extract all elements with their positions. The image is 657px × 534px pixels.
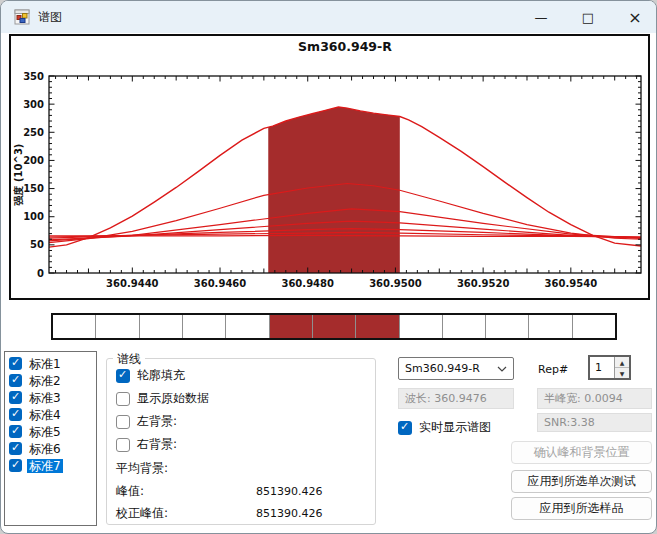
spectral-checkbox-label-4: 右背景: [137, 436, 177, 453]
spinner-up-icon[interactable]: ▲ [615, 357, 629, 368]
title-bar: 谱图 — □ × [1, 1, 657, 33]
spectral-checkbox-row-1: 轮廓填充 [116, 367, 185, 384]
svg-text:150: 150 [23, 183, 44, 194]
rep-label: Rep# [538, 363, 568, 376]
spectral-checkbox-3[interactable] [116, 415, 130, 429]
standard-label-1: 标准1 [27, 357, 63, 371]
standard-label-2: 标准2 [27, 374, 63, 388]
svg-text:360.9540: 360.9540 [545, 278, 598, 289]
close-icon[interactable]: × [612, 1, 657, 33]
action-button-1[interactable]: 确认峰和背景位置 [511, 441, 652, 464]
standard-item-5[interactable]: 标准5 [5, 423, 96, 440]
standard-item-3[interactable]: 标准3 [5, 389, 96, 406]
spinner-down-icon[interactable]: ▼ [615, 368, 629, 378]
spectrum-dialog-window: 谱图 — □ × Sm360.949-R强度 (10^3)360.9440360… [0, 0, 657, 534]
strip-segment-12[interactable] [529, 315, 572, 338]
spectral-group-box: 轮廓填充显示原始数据左背景:右背景:平均背景:峰值:851390.426校正峰值… [106, 358, 376, 525]
standard-item-1[interactable]: 标准1 [5, 355, 96, 372]
standard-checkbox-5[interactable] [9, 425, 22, 438]
spectral-checkbox-2[interactable] [116, 392, 130, 406]
spectral-checkbox-1[interactable] [116, 369, 130, 383]
standard-label-5: 标准5 [27, 425, 63, 439]
standard-label-6: 标准6 [27, 442, 63, 456]
action-button-3[interactable]: 应用到所选样品 [511, 497, 652, 520]
strip-segment-9[interactable] [400, 315, 443, 338]
chevron-down-icon [497, 366, 507, 372]
strip-segment-2[interactable] [96, 315, 139, 338]
realtime-display-row: 实时显示谱图 [398, 419, 491, 436]
standard-checkbox-4[interactable] [9, 408, 22, 421]
svg-text:0: 0 [37, 268, 44, 279]
strip-segment-11[interactable] [486, 315, 529, 338]
spectral-checkbox-row-2: 显示原始数据 [116, 390, 209, 407]
spectral-checkbox-label-2: 显示原始数据 [137, 390, 209, 407]
strip-segment-3[interactable] [140, 315, 183, 338]
svg-text:50: 50 [30, 239, 44, 250]
svg-text:250: 250 [23, 127, 44, 138]
standard-label-4: 标准4 [27, 408, 63, 422]
standard-checkbox-2[interactable] [9, 374, 22, 387]
standard-item-4[interactable]: 标准4 [5, 406, 96, 423]
strip-segment-8[interactable] [356, 315, 399, 338]
spectral-checkbox-4[interactable] [116, 438, 130, 452]
spectral-field-value-2: 851390.426 [256, 485, 322, 498]
svg-text:360.9480: 360.9480 [281, 278, 334, 289]
realtime-display-checkbox[interactable] [398, 421, 412, 435]
fwhm-field: 半峰宽: 0.0094 [537, 388, 652, 409]
window-title: 谱图 [38, 9, 62, 26]
standard-checkbox-3[interactable] [9, 391, 22, 404]
peak-select-value: Sm360.949-R [405, 362, 480, 375]
standard-checkbox-6[interactable] [9, 442, 22, 455]
svg-text:360.9500: 360.9500 [369, 278, 422, 289]
strip-segment-6[interactable] [270, 315, 313, 338]
spectral-field-row-1: 平均背景: [116, 460, 168, 477]
svg-text:350: 350 [23, 71, 44, 82]
strip-segment-13[interactable] [573, 315, 615, 338]
standard-checkbox-7[interactable] [9, 459, 22, 472]
svg-text:360.9460: 360.9460 [194, 278, 247, 289]
strip-segment-5[interactable] [226, 315, 269, 338]
maximize-icon[interactable]: □ [565, 1, 611, 33]
strip-segment-7[interactable] [313, 315, 356, 338]
rep-value-input[interactable]: 1 [590, 357, 614, 378]
spectral-checkbox-label-3: 左背景: [137, 413, 177, 430]
spectral-field-row-2: 峰值:851390.426 [116, 483, 144, 500]
strip-segment-4[interactable] [183, 315, 226, 338]
standard-label-7: 标准7 [27, 459, 63, 473]
spectral-checkbox-row-4: 右背景: [116, 436, 177, 453]
minimize-icon[interactable]: — [518, 1, 564, 33]
snr-field: SNR:3.38 [537, 413, 652, 432]
wavelength-field: 波长: 360.9476 [398, 388, 514, 409]
action-button-2[interactable]: 应用到所选单次测试 [511, 470, 652, 493]
peak-region-strip [51, 313, 617, 340]
standards-checked-list: 标准1标准2标准3标准4标准5标准6标准7 [4, 351, 97, 526]
svg-text:300: 300 [23, 99, 44, 110]
peak-select-dropdown[interactable]: Sm360.949-R [398, 357, 514, 380]
spectral-checkbox-row-3: 左背景: [116, 413, 177, 430]
svg-text:360.9440: 360.9440 [106, 278, 159, 289]
realtime-display-label: 实时显示谱图 [419, 419, 491, 436]
peak-fill-region [268, 107, 400, 273]
spectral-field-label-2: 峰值: [116, 483, 144, 500]
spectral-field-label-1: 平均背景: [116, 460, 168, 477]
spectral-checkbox-label-1: 轮廓填充 [137, 367, 185, 384]
spectrum-chart[interactable]: Sm360.949-R强度 (10^3)360.9440360.9460360.… [11, 36, 648, 298]
standard-checkbox-1[interactable] [9, 357, 22, 370]
y-axis-label: 强度 (10^3) [13, 144, 24, 207]
strip-segment-1[interactable] [53, 315, 96, 338]
svg-text:360.9520: 360.9520 [457, 278, 510, 289]
standard-item-6[interactable]: 标准6 [5, 440, 96, 457]
standard-item-7[interactable]: 标准7 [5, 457, 96, 474]
standard-item-2[interactable]: 标准2 [5, 372, 96, 389]
svg-text:100: 100 [23, 211, 44, 222]
app-icon [14, 9, 30, 25]
strip-segment-10[interactable] [443, 315, 486, 338]
standard-label-3: 标准3 [27, 391, 63, 405]
chart-title: Sm360.949-R [298, 39, 392, 54]
spectral-field-row-3: 校正峰值:851390.426 [116, 505, 168, 522]
spectral-field-value-3: 851390.426 [256, 507, 322, 520]
svg-text:200: 200 [23, 155, 44, 166]
rep-spinner: 1 ▲ ▼ [588, 355, 631, 380]
spectral-group-title: 谱线 [113, 351, 145, 368]
spectral-field-label-3: 校正峰值: [116, 505, 168, 522]
